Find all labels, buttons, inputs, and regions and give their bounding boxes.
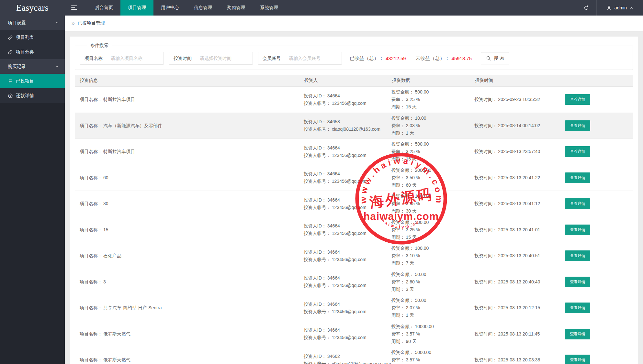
project-label: 项目名称： — [80, 305, 102, 310]
project-value: 共享汽车-简约型-日产 Sentra — [103, 305, 162, 310]
view-detail-button[interactable]: 查看详情 — [565, 172, 590, 183]
sidebar: 项目设置项目列表项目分类购买记录已投项目$还款详情 — [0, 16, 65, 364]
chevron-up-icon — [630, 6, 633, 10]
sidebar-item[interactable]: 项目设置 — [0, 16, 65, 30]
rate-line: 费率：3.57 % — [391, 331, 474, 337]
search-button[interactable]: 搜 索 — [481, 52, 509, 64]
investor-account-line: 投资人帐号：123456@qq.com — [304, 152, 391, 159]
dollar-circle-icon: $ — [8, 93, 13, 98]
amount-line: 投资金额：50.00 — [391, 271, 474, 278]
cell-invest-data: 投资金额：10.00 费率：2.03 % 周期：1 天 — [391, 115, 474, 137]
cell-actions: 查看详情 — [555, 172, 633, 183]
investor-account-line: 投资人帐号：123456@qq.com — [304, 178, 391, 185]
project-label: 项目名称： — [80, 253, 102, 258]
sidebar-item[interactable]: 已投项目 — [0, 74, 65, 88]
view-detail-button[interactable]: 查看详情 — [565, 120, 590, 131]
cell-invest-time: 投资时间：2025-08-13 20:41:01 — [474, 226, 555, 233]
amount-line: 投资金额：5000.00 — [391, 349, 474, 356]
earned-total-value: 43212.59 — [386, 56, 406, 61]
unearned-total-value: 45918.75 — [452, 56, 472, 61]
cell-invest-data: 投资金额：2000.00 费率：3.50 % 周期：60 天 — [391, 167, 474, 189]
breadcrumb-separator-icon: » — [72, 20, 74, 27]
search-row: 项目名称 投资时间 会员账号 已收益（总）： 43212.59 — [80, 52, 628, 65]
amount-line: 投资金额：10000.00 — [391, 323, 474, 330]
rate-line: 费率：3.35 % — [391, 200, 474, 207]
project-value: 60 — [103, 175, 108, 180]
table-row: 项目名称：石化产品 投资人ID：34664 投资人帐号：123456@qq.co… — [75, 243, 633, 269]
view-detail-button[interactable]: 查看详情 — [565, 225, 590, 235]
content-card: 条件搜索 项目名称 投资时间 会员账号 已收益（总）： — [70, 37, 638, 364]
cell-invest-info: 项目名称：3 — [75, 279, 304, 285]
sidebar-item[interactable]: 购买记录 — [0, 59, 65, 74]
view-detail-button[interactable]: 查看详情 — [565, 146, 590, 157]
rate-line: 费率：3.57 % — [391, 357, 474, 363]
table-row: 项目名称：俄罗斯天然气 投资人ID：34664 投资人帐号：123456@qq.… — [75, 321, 633, 347]
cell-invest-data: 投资金额：50.00 费率：2.07 % 周期：1 天 — [391, 297, 474, 319]
project-label: 项目名称： — [80, 175, 102, 180]
sidebar-item[interactable]: 项目分类 — [0, 45, 65, 59]
cell-investor: 投资人ID：34664 投资人帐号：123456@qq.com — [304, 327, 391, 341]
header-invest-time: 投资时间 — [474, 78, 555, 83]
cell-invest-time: 投资时间：2025-08-14 00:14:02 — [474, 122, 555, 129]
view-detail-button[interactable]: 查看详情 — [565, 277, 590, 287]
top-nav-item[interactable]: 系统管理 — [253, 0, 286, 16]
view-detail-button[interactable]: 查看详情 — [565, 250, 590, 261]
search-panel: 条件搜索 项目名称 投资时间 会员账号 已收益（总）： — [75, 43, 633, 70]
cell-investor: 投资人ID：34664 投资人帐号：123456@qq.com — [304, 93, 391, 107]
view-detail-button[interactable]: 查看详情 — [565, 329, 590, 339]
cell-invest-time: 投资时间：2025-08-13 20:03:38 — [474, 357, 555, 363]
project-label: 项目名称： — [80, 227, 102, 232]
table-body: 项目名称：特斯拉汽车项目 投资人ID：34664 投资人帐号：123456@qq… — [75, 87, 633, 364]
view-detail-button[interactable]: 查看详情 — [565, 355, 590, 364]
amount-line: 投资金额：2000.00 — [391, 167, 474, 174]
cell-actions: 查看详情 — [555, 355, 633, 364]
cell-actions: 查看详情 — [555, 250, 633, 261]
rate-line: 费率：3.50 % — [391, 174, 474, 181]
cell-invest-data: 投资金额：1000.00 费率：3.35 % 周期：30 天 — [391, 193, 474, 215]
cycle-line: 周期：90 天 — [391, 338, 474, 345]
top-nav-item[interactable]: 奖励管理 — [220, 0, 253, 16]
view-detail-button[interactable]: 查看详情 — [565, 303, 590, 313]
amount-line: 投资金额：50.00 — [391, 297, 474, 304]
amount-line: 投资金额：500.00 — [391, 89, 474, 95]
sidebar-item[interactable]: 项目列表 — [0, 30, 65, 45]
cell-invest-data: 投资金额：5000.00 费率：3.57 % 周期：90 天 — [391, 349, 474, 364]
sidebar-item[interactable]: $还款详情 — [0, 88, 65, 103]
cell-invest-data: 投资金额：100.00 费率：3.10 % 周期：7 天 — [391, 245, 474, 267]
investor-id-line: 投资人ID：34664 — [304, 171, 391, 177]
project-label: 项目名称： — [80, 149, 102, 154]
unearned-total-label: 未收益（总）： — [416, 55, 450, 61]
header-invest-data: 投资数据 — [391, 78, 474, 83]
sidebar-toggle-button[interactable] — [65, 0, 84, 16]
cell-invest-info: 项目名称：15 — [75, 226, 304, 233]
table-row: 项目名称：3 投资人ID：34664 投资人帐号：123456@qq.com 投… — [75, 269, 633, 295]
invest-time-input[interactable] — [196, 52, 253, 64]
amount-line: 投资金额：100.00 — [391, 245, 474, 252]
rate-line: 费率：3.25 % — [391, 96, 474, 103]
link-icon — [8, 50, 13, 55]
table-header: 投资信息 投资人 投资数据 投资时间 — [75, 75, 633, 87]
view-detail-button[interactable]: 查看详情 — [565, 94, 590, 105]
top-nav-item[interactable]: 用户中心 — [153, 0, 186, 16]
cycle-line: 周期：30 天 — [391, 208, 474, 215]
top-nav-item[interactable]: 项目管理 — [120, 0, 153, 16]
user-menu[interactable]: admin — [596, 0, 643, 16]
sidebar-item-label: 项目分类 — [16, 49, 34, 55]
member-account-input[interactable] — [285, 52, 342, 64]
cell-invest-info: 项目名称：30 — [75, 200, 304, 207]
chevron-down-icon — [55, 21, 59, 25]
cell-actions: 查看详情 — [555, 329, 633, 339]
cell-investor: 投资人ID：34664 投资人帐号：123456@qq.com — [304, 145, 391, 159]
investor-id-line: 投资人ID：34662 — [304, 353, 391, 360]
project-label: 项目名称： — [80, 201, 102, 206]
top-bar: Easycars 后台首页项目管理用户中心信息管理奖励管理系统管理 admin — [0, 0, 643, 16]
investor-id-line: 投资人ID：34664 — [304, 197, 391, 204]
cell-invest-data: 投资金额：500.00 费率：3.25 % 周期：15 天 — [391, 219, 474, 241]
cell-invest-info: 项目名称：俄罗斯天然气 — [75, 357, 304, 363]
top-nav-item[interactable]: 信息管理 — [186, 0, 220, 16]
project-name-input[interactable] — [107, 52, 164, 64]
sidebar-item-label: 购买记录 — [8, 64, 26, 70]
top-nav-item[interactable]: 后台首页 — [87, 0, 120, 16]
view-detail-button[interactable]: 查看详情 — [565, 198, 590, 209]
refresh-button[interactable] — [576, 0, 596, 16]
